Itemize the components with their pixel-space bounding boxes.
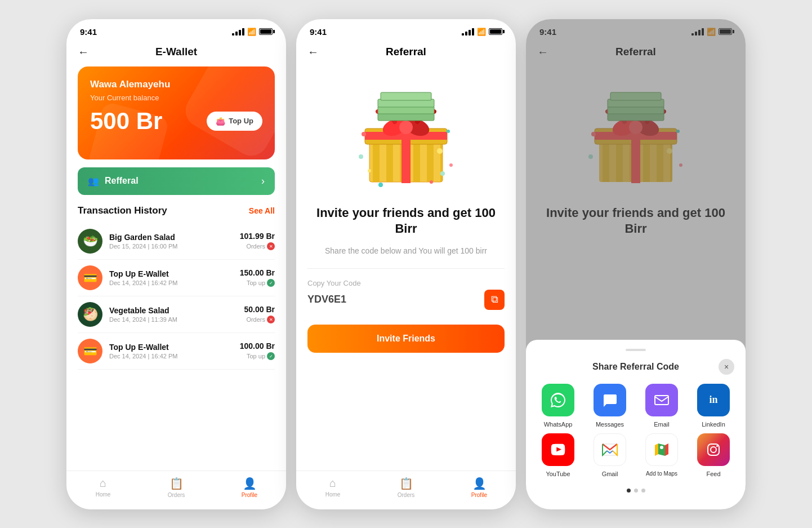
share-sheet-title: Share Referral Code [553, 362, 719, 372]
orders-label-2: Orders [398, 492, 415, 498]
share-grid: WhatsApp Messages Ema [526, 384, 746, 486]
svg-point-10 [362, 132, 366, 136]
share-close-button[interactable]: × [719, 359, 734, 375]
profile-icon-1: 👤 [243, 477, 257, 490]
feed-icon [697, 433, 730, 466]
gmail-label: Gmail [602, 471, 618, 477]
share-item-maps[interactable]: Add to Maps [639, 433, 685, 477]
maps-label: Add to Maps [646, 471, 677, 477]
txn-item-1: 🥗 Big Garden Salad Dec 15, 2024 | 16:00 … [78, 223, 275, 260]
nav-orders-1[interactable]: 📋 Orders [140, 477, 213, 498]
txn-status-dot-3: ✕ [267, 316, 275, 323]
gift-image-2 [296, 66, 516, 196]
txn-amount-3: 50.00 Br [244, 305, 275, 314]
share-dot-1 [627, 489, 631, 492]
status-time-2: 9:41 [310, 27, 327, 37]
txn-right-4: 100.00 Br Top up ✓ [240, 341, 275, 360]
txn-name-1: Big Garden Salad [109, 233, 233, 242]
wallet-card: Wawa Alemayehu Your Current balance 500 … [78, 66, 275, 159]
back-button-1[interactable]: ← [78, 46, 89, 59]
ewallet-header: ← E-Wallet [66, 40, 286, 66]
battery-icon-1 [259, 28, 273, 35]
share-item-whatsapp[interactable]: WhatsApp [535, 384, 581, 428]
svg-point-18 [440, 171, 445, 176]
youtube-icon [542, 433, 574, 466]
home-label-2: Home [325, 491, 341, 498]
txn-date-1: Dec 15, 2024 | 16:00 PM [109, 243, 233, 250]
feed-label: Feed [706, 471, 720, 477]
referral-arrow-icon: › [261, 175, 265, 187]
status-icons-2: 📶 [462, 28, 502, 36]
battery-icon-2 [489, 28, 502, 35]
referral-banner-button[interactable]: 👥 Refferal › [78, 167, 275, 195]
nav-profile-1[interactable]: 👤 Profile [213, 477, 286, 498]
txn-status-dot-1: ✕ [267, 242, 275, 250]
txn-section-header: Transaction History See All [66, 205, 286, 223]
svg-point-13 [359, 154, 363, 159]
signal-icon-1 [232, 28, 244, 36]
messages-icon [594, 384, 626, 416]
txn-amount-1: 101.99 Br [240, 232, 275, 241]
share-pagination-dots [526, 486, 746, 492]
txn-amount-2: 150.00 Br [240, 268, 275, 277]
youtube-svg [549, 441, 567, 459]
nav-home-1[interactable]: ⌂ Home [66, 477, 140, 498]
youtube-label: YouTube [546, 471, 570, 477]
svg-rect-41 [655, 396, 668, 405]
txn-date-4: Dec 14, 2024 | 16:42 PM [109, 353, 233, 360]
txn-info-4: Top Up E-Wallet Dec 14, 2024 | 16:42 PM [109, 343, 233, 360]
gmail-icon [594, 433, 626, 466]
close-icon: × [724, 362, 729, 371]
share-sheet: Share Referral Code × WhatsApp [526, 340, 746, 509]
svg-point-44 [711, 447, 716, 452]
txn-type-1: Orders ✕ [240, 242, 275, 250]
screen2-content: ← Referral [296, 40, 516, 509]
svg-point-45 [716, 445, 718, 447]
linkedin-icon: in [697, 384, 730, 416]
share-item-youtube[interactable]: YouTube [535, 433, 581, 477]
bottom-nav-1: ⌂ Home 📋 Orders 👤 Profile [66, 471, 286, 509]
share-dot-3 [641, 489, 645, 492]
linkedin-text: in [709, 394, 717, 406]
share-item-feed[interactable]: Feed [690, 433, 737, 477]
code-value-2: YDV6E1 [307, 294, 346, 305]
messages-label: Messages [596, 421, 624, 428]
nav-orders-2[interactable]: 📋 Orders [369, 477, 443, 498]
svg-point-16 [430, 180, 433, 184]
transaction-list: 🥗 Big Garden Salad Dec 15, 2024 | 16:00 … [66, 223, 286, 471]
svg-point-11 [447, 130, 450, 133]
referral-sub-text-2: Share the code below and You will get 10… [296, 241, 516, 268]
share-item-email[interactable]: Email [639, 384, 685, 428]
gift-box-svg-2 [353, 78, 459, 190]
copy-icon-2[interactable]: ⧉ [484, 290, 505, 310]
txn-icon-4: 💳 [78, 339, 102, 363]
maps-svg [653, 441, 670, 458]
referral-icon: 👥 [88, 176, 99, 187]
share-item-gmail[interactable]: Gmail [587, 433, 633, 477]
txn-right-2: 150.00 Br Top up ✓ [240, 268, 275, 287]
txn-right-1: 101.99 Br Orders ✕ [240, 232, 275, 250]
code-section-2: Copy Your Code YDV6E1 ⧉ [307, 268, 505, 310]
home-icon-1: ⌂ [100, 477, 106, 490]
svg-point-42 [660, 446, 663, 449]
txn-type-4: Top up ✓ [240, 352, 275, 360]
referral-banner-label: Refferal [105, 176, 139, 186]
share-item-linkedin[interactable]: in LinkedIn [690, 384, 737, 428]
share-item-messages[interactable]: Messages [587, 384, 633, 428]
messages-svg [601, 392, 618, 409]
nav-home-2[interactable]: ⌂ Home [296, 477, 369, 498]
screen1-content: ← E-Wallet Wawa Alemayehu Your Current b… [66, 40, 286, 509]
phone-screen-2: 9:41 📶 ← Referral [296, 19, 516, 509]
profile-label-1: Profile [242, 492, 257, 498]
see-all-button[interactable]: See All [249, 206, 275, 215]
invite-friends-button-2[interactable]: Invite Friends [307, 325, 505, 353]
svg-point-12 [437, 148, 443, 154]
txn-name-3: Vegetable Salad [109, 306, 238, 315]
status-bar-2: 9:41 📶 [296, 19, 516, 40]
home-icon-2: ⌂ [329, 477, 336, 490]
back-button-2[interactable]: ← [307, 46, 319, 59]
bottom-nav-2: ⌂ Home 📋 Orders 👤 Profile [296, 471, 516, 509]
nav-profile-2[interactable]: 👤 Profile [443, 477, 516, 498]
txn-icon-3: 🥙 [78, 302, 102, 327]
txn-item-4: 💳 Top Up E-Wallet Dec 14, 2024 | 16:42 P… [78, 333, 275, 370]
